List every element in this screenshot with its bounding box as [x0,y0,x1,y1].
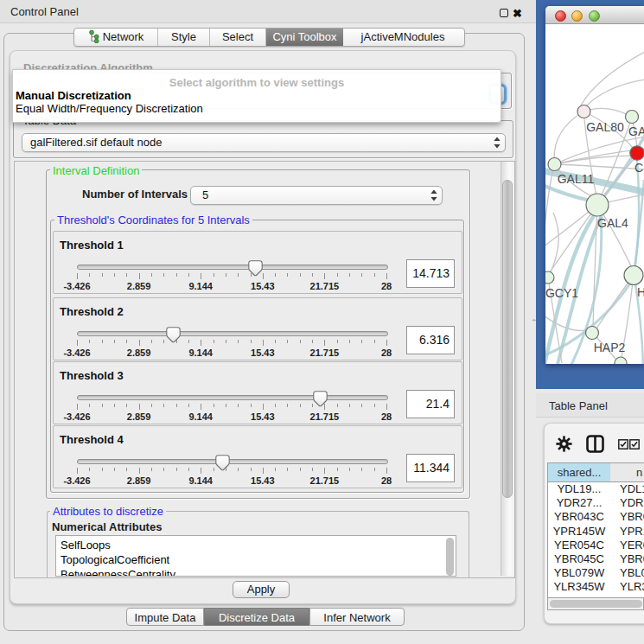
svg-text:GA: GA [628,124,644,138]
svg-text:GAL4: GAL4 [597,216,628,230]
svg-text:H: H [637,285,644,299]
svg-text:GAL11: GAL11 [558,172,595,186]
svg-text:GAL80: GAL80 [586,120,624,134]
svg-text:C: C [634,161,643,175]
svg-text:HAP2: HAP2 [594,341,626,354]
svg-text:GCY1: GCY1 [545,286,578,300]
